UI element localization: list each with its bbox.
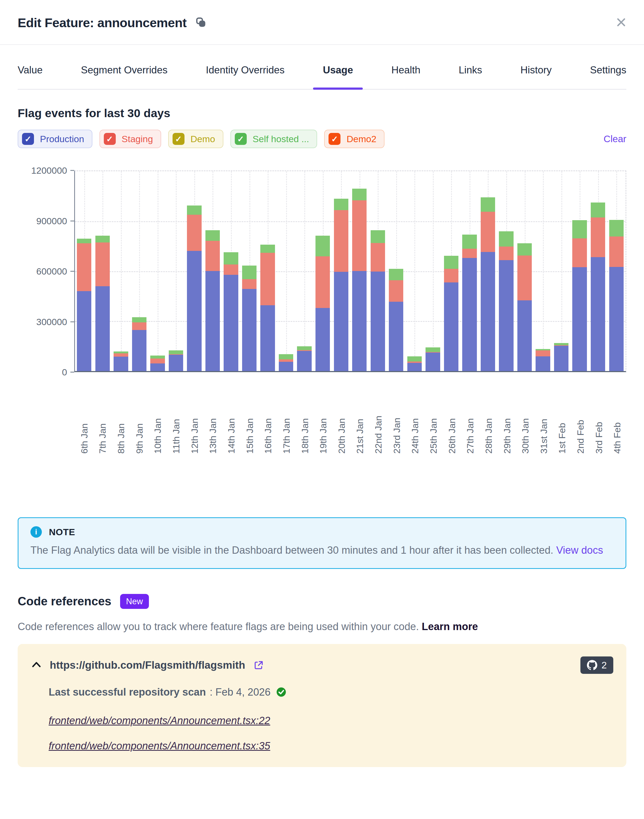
segment-self-hosted[interactable] [113, 351, 128, 353]
segment-production[interactable] [113, 357, 128, 371]
segment-staging[interactable] [224, 264, 238, 275]
view-docs-link[interactable]: View docs [556, 544, 603, 556]
segment-production[interactable] [77, 291, 91, 371]
segment-self-hosted[interactable] [150, 356, 165, 359]
tab-settings[interactable]: Settings [590, 64, 626, 89]
segment-staging[interactable] [279, 359, 293, 362]
segment-self-hosted[interactable] [260, 245, 275, 253]
segment-production[interactable] [426, 353, 440, 371]
segment-staging[interactable] [572, 238, 587, 267]
segment-production[interactable] [352, 271, 366, 371]
segment-self-hosted[interactable] [389, 269, 403, 280]
external-link-icon[interactable] [254, 660, 264, 670]
bar-15th-jan[interactable] [242, 265, 256, 371]
segment-self-hosted[interactable] [316, 236, 330, 256]
bar-29th-jan[interactable] [499, 231, 513, 371]
checkbox-icon[interactable]: ✓ [235, 133, 247, 145]
segment-staging[interactable] [444, 269, 458, 282]
tab-links[interactable]: Links [458, 64, 482, 89]
bar-20th-jan[interactable] [334, 199, 348, 371]
tab-segment-overrides[interactable]: Segment Overrides [81, 64, 168, 89]
bar-9th-jan[interactable] [132, 317, 146, 371]
segment-self-hosted[interactable] [407, 356, 422, 362]
segment-self-hosted[interactable] [297, 346, 311, 350]
bar-8th-jan[interactable] [113, 351, 128, 371]
segment-self-hosted[interactable] [279, 354, 293, 359]
segment-self-hosted[interactable] [334, 199, 348, 210]
bar-17th-jan[interactable] [279, 354, 293, 371]
segment-staging[interactable] [260, 253, 275, 305]
segment-production[interactable] [499, 260, 513, 371]
segment-production[interactable] [535, 356, 550, 371]
code-reference-link[interactable]: frontend/web/components/Announcement.tsx… [49, 715, 270, 727]
segment-self-hosted[interactable] [554, 343, 569, 345]
bar-28th-jan[interactable] [481, 197, 495, 371]
segment-staging[interactable] [462, 249, 477, 258]
segment-staging[interactable] [205, 241, 220, 271]
segment-production[interactable] [517, 301, 532, 371]
segment-production[interactable] [462, 258, 477, 371]
bar-1st-feb[interactable] [554, 343, 569, 371]
bar-4th-feb[interactable] [609, 220, 624, 371]
bar-30th-jan[interactable] [517, 243, 532, 371]
segment-production[interactable] [371, 271, 385, 371]
segment-self-hosted[interactable] [591, 202, 605, 218]
copy-icon[interactable] [195, 17, 207, 29]
bar-7th-jan[interactable] [95, 236, 110, 371]
bar-16th-jan[interactable] [260, 245, 275, 371]
segment-staging[interactable] [316, 256, 330, 308]
segment-production[interactable] [224, 275, 238, 371]
checkbox-icon[interactable]: ✓ [173, 133, 184, 145]
bar-6th-jan[interactable] [77, 239, 91, 371]
env-filter-self-hosted[interactable]: ✓Self hosted ... [230, 130, 317, 148]
segment-staging[interactable] [609, 236, 624, 267]
tab-health[interactable]: Health [391, 64, 420, 89]
segment-staging[interactable] [242, 279, 256, 289]
segment-production[interactable] [591, 257, 605, 371]
tab-usage[interactable]: Usage [323, 64, 353, 89]
segment-self-hosted[interactable] [499, 231, 513, 247]
segment-production[interactable] [150, 363, 165, 371]
segment-self-hosted[interactable] [517, 243, 532, 256]
checkbox-icon[interactable]: ✓ [104, 133, 116, 145]
segment-self-hosted[interactable] [242, 265, 256, 279]
segment-self-hosted[interactable] [77, 239, 91, 243]
repo-url-link[interactable]: https://github.com/Flagsmith/flagsmith [50, 659, 245, 671]
segment-production[interactable] [132, 330, 146, 371]
segment-production[interactable] [316, 308, 330, 371]
segment-self-hosted[interactable] [426, 347, 440, 352]
env-filter-demo2[interactable]: ✓Demo2 [324, 130, 385, 148]
bar-3rd-feb[interactable] [591, 202, 605, 371]
segment-production[interactable] [572, 267, 587, 371]
segment-self-hosted[interactable] [205, 230, 220, 241]
segment-production[interactable] [407, 363, 422, 371]
segment-staging[interactable] [113, 353, 128, 357]
segment-staging[interactable] [389, 280, 403, 302]
bar-12th-jan[interactable] [187, 206, 201, 371]
segment-self-hosted[interactable] [187, 206, 201, 215]
bar-25th-jan[interactable] [426, 347, 440, 371]
tab-identity-overrides[interactable]: Identity Overrides [206, 64, 285, 89]
segment-production[interactable] [187, 251, 201, 371]
env-filter-production[interactable]: ✓Production [18, 130, 92, 148]
env-filter-demo[interactable]: ✓Demo [168, 130, 223, 148]
segment-production[interactable] [334, 272, 348, 371]
bar-2nd-feb[interactable] [572, 220, 587, 371]
segment-self-hosted[interactable] [481, 197, 495, 212]
tab-value[interactable]: Value [18, 64, 43, 89]
segment-production[interactable] [389, 302, 403, 371]
segment-production[interactable] [297, 351, 311, 371]
bar-11th-jan[interactable] [169, 350, 183, 371]
bar-14th-jan[interactable] [224, 252, 238, 371]
segment-self-hosted[interactable] [224, 252, 238, 264]
segment-production[interactable] [169, 355, 183, 371]
segment-production[interactable] [205, 271, 220, 371]
bar-24th-jan[interactable] [407, 356, 422, 371]
checkbox-icon[interactable]: ✓ [22, 133, 34, 145]
segment-staging[interactable] [352, 200, 366, 271]
segment-staging[interactable] [499, 247, 513, 260]
code-reference-link[interactable]: frontend/web/components/Announcement.tsx… [49, 740, 270, 752]
segment-production[interactable] [260, 305, 275, 371]
segment-production[interactable] [444, 282, 458, 371]
segment-staging[interactable] [371, 243, 385, 271]
